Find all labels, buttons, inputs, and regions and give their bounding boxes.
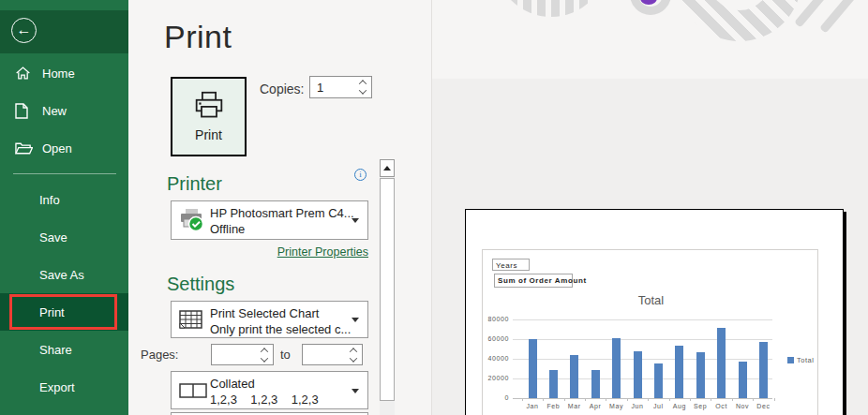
bar <box>675 346 683 398</box>
x-tick-label: Jun <box>626 403 649 409</box>
triangle-up-icon <box>383 166 391 170</box>
print-what-secondary: Only print the selected c... <box>210 322 351 336</box>
x-tick-label: Oct <box>711 403 733 409</box>
dropdown-caret-icon <box>352 318 359 322</box>
sidebar-item-export[interactable]: Export <box>0 368 128 406</box>
pages-to-input[interactable] <box>303 348 347 362</box>
info-icon[interactable]: i <box>354 169 367 181</box>
x-tick-label: Dec <box>752 403 774 409</box>
sidebar-item-label: Share <box>39 343 72 357</box>
chevron-down-icon <box>350 354 357 362</box>
pages-from-input[interactable] <box>212 348 258 362</box>
sidebar-nav-top: HomeNewOpen <box>0 54 128 167</box>
printer-icon <box>192 91 226 121</box>
scrollbar-thumb[interactable] <box>380 178 395 401</box>
pages-from-stepper <box>211 344 274 365</box>
print-what-dropdown[interactable]: Print Selected Chart Only print the sele… <box>171 301 368 338</box>
axis-tick <box>564 398 565 401</box>
axis-tick <box>774 398 775 401</box>
bar <box>570 355 578 398</box>
collated-pages-icon <box>179 383 207 398</box>
chart-title: Total <box>483 293 819 307</box>
settings-scrollbar[interactable] <box>380 159 395 415</box>
x-tick-label: May <box>606 403 628 409</box>
pivot-chart: Years Sum of Order Amount Total 80000600… <box>482 249 818 415</box>
sidebar-item-share[interactable]: Share <box>0 331 128 368</box>
chevron-down-icon <box>261 354 268 362</box>
y-tick-label: 80000 <box>481 316 509 322</box>
axis-tick <box>690 398 691 401</box>
dropdown-caret-icon <box>352 389 359 393</box>
home-icon <box>15 65 34 82</box>
bar <box>696 352 705 398</box>
axis-tick <box>627 398 628 401</box>
x-tick-label: Aug <box>668 403 691 409</box>
sidebar-item-new[interactable]: New <box>0 92 128 129</box>
selection-highlight-box <box>9 294 117 330</box>
sidebar-item-open[interactable]: Open <box>0 129 128 167</box>
sidebar-item-info[interactable]: Info <box>0 181 128 218</box>
copies-spinner[interactable] <box>356 80 371 95</box>
printer-status: Offline <box>210 222 245 236</box>
print-button[interactable]: Print <box>171 77 247 156</box>
preview-page: Years Sum of Order Amount Total 80000600… <box>465 209 844 415</box>
pages-to-spinner[interactable] <box>347 348 362 363</box>
printer-properties-link[interactable]: Printer Properties <box>171 245 368 259</box>
x-tick-label: Apr <box>584 403 606 409</box>
scrollbar-up-button[interactable] <box>380 159 395 177</box>
y-tick-label: 60000 <box>481 335 509 342</box>
excel-backstage-print: ← HomeNewOpen InfoSaveSave AsPrintShareE… <box>0 0 868 415</box>
collation-dropdown[interactable]: Collated 1,2,3 1,2,3 1,2,3 <box>171 371 368 409</box>
back-arrow-icon: ← <box>17 22 32 37</box>
y-tick-label: 40000 <box>481 355 509 362</box>
bar <box>654 363 663 398</box>
open-icon <box>15 140 34 156</box>
worksheet-icon <box>179 310 202 329</box>
new-icon <box>15 102 34 119</box>
sidebar-item-label: Info <box>39 193 60 207</box>
sidebar-item-label: Open <box>42 141 72 156</box>
pages-label: Pages: <box>141 348 178 362</box>
legend-label: Total <box>797 356 814 364</box>
sidebar-item-save-as[interactable]: Save As <box>0 256 128 293</box>
sidebar-item-save[interactable]: Save <box>0 218 128 256</box>
bar <box>591 370 600 398</box>
sidebar-item-label: New <box>42 104 67 118</box>
bar <box>612 338 621 398</box>
sidebar-item-label: Home <box>42 67 75 81</box>
x-tick-label: Sep <box>689 403 711 409</box>
x-tick-label: Feb <box>542 403 564 409</box>
copies-label: Copies: <box>260 82 304 96</box>
sidebar-divider <box>13 173 116 174</box>
bar <box>529 339 537 398</box>
bar <box>739 362 747 398</box>
printer-section-heading: Printer <box>167 173 222 195</box>
print-button-label: Print <box>195 127 222 142</box>
pages-to-stepper <box>302 344 363 365</box>
sidebar-nav-bottom: InfoSaveSave AsPrintShareExport <box>0 181 128 406</box>
pages-to-label: to <box>280 348 291 362</box>
bar <box>717 328 726 398</box>
sidebar-item-label: Save <box>39 230 67 245</box>
sidebar-item-print[interactable]: Print <box>0 293 128 331</box>
axis-tick <box>606 398 606 401</box>
printer-name: HP Photosmart Prem C4... <box>210 206 354 220</box>
copies-input[interactable] <box>310 81 356 95</box>
axis-tick <box>669 398 670 401</box>
pages-from-spinner[interactable] <box>258 348 273 363</box>
values-field-button: Sum of Order Amount <box>494 274 573 288</box>
axis-tick <box>522 398 523 401</box>
chart-plot-area: 800006000040000200000JanFebMarAprMayJunJ… <box>513 319 772 398</box>
back-button[interactable]: ← <box>11 18 37 43</box>
x-tick-label: Nov <box>731 403 754 409</box>
back-band: ← <box>0 10 128 53</box>
printer-selector-dropdown[interactable]: HP Photosmart Prem C4... Offline <box>171 200 368 240</box>
settings-section-heading: Settings <box>167 274 234 295</box>
axis-tick <box>711 398 711 401</box>
backstage-sidebar: ← HomeNewOpen InfoSaveSave AsPrintShareE… <box>0 0 128 415</box>
bar <box>759 342 768 398</box>
decorative-circle <box>630 0 671 15</box>
sidebar-item-home[interactable]: Home <box>0 54 128 92</box>
gridline <box>513 359 772 360</box>
axis-tick <box>753 398 754 401</box>
